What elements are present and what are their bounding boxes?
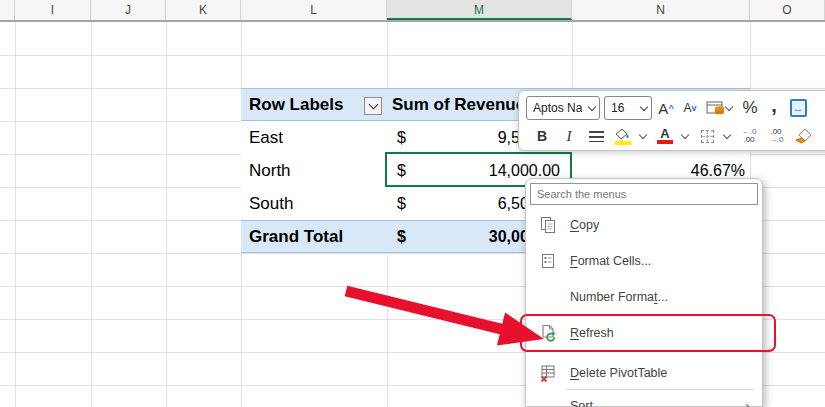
column-header-row: I J K L M N O	[0, 0, 825, 22]
search-input[interactable]	[530, 183, 758, 205]
borders-button[interactable]	[697, 124, 717, 148]
autofit-column-width-button[interactable]: ↔	[788, 96, 808, 120]
column-header-L[interactable]: L	[241, 0, 387, 20]
align-icon	[589, 131, 604, 142]
table-data-icon	[706, 100, 726, 116]
menu-item-number-format[interactable]: Number Format...	[526, 279, 762, 315]
italic-button[interactable]: I	[559, 124, 579, 148]
decrease-decimal-icon: .00→.0	[769, 128, 784, 144]
format-painter-button[interactable]	[793, 124, 813, 148]
menu-item-format-cells[interactable]: Format Cells...	[526, 243, 762, 279]
caret-up-icon: ^	[668, 104, 673, 112]
font-size-value: 16	[611, 101, 637, 115]
chevron-down-icon	[588, 102, 596, 110]
pivot-row-labels-header[interactable]: Row Labels	[249, 88, 343, 121]
menu-separator	[566, 389, 754, 390]
chevron-down-icon[interactable]	[723, 131, 731, 139]
pivot-values-header[interactable]: Sum of Revenue	[392, 88, 525, 121]
pivot-row-label-north[interactable]: North	[249, 154, 291, 187]
percent-style-button[interactable]: %	[740, 96, 760, 120]
menu-item-delete-pivottable[interactable]: Delete PivotTable	[526, 355, 762, 391]
chevron-down-icon	[725, 103, 733, 111]
chevron-down-icon	[368, 100, 378, 110]
autofit-icon: ↔	[790, 99, 807, 117]
format-painter-icon	[795, 128, 812, 144]
font-name-combo[interactable]: Aptos Na	[526, 96, 600, 120]
column-header-K[interactable]: K	[166, 0, 241, 20]
borders-icon	[701, 130, 714, 143]
format-cells-icon	[538, 252, 558, 270]
format-as-table-button[interactable]	[704, 96, 736, 120]
align-center-button[interactable]	[586, 124, 606, 148]
font-name-value: Aptos Na	[533, 101, 585, 115]
red-arrow-annotation	[330, 275, 560, 355]
chevron-down-icon[interactable]	[639, 131, 647, 139]
mini-toolbar: Aptos Na 16 A^ Av % , ↔ B	[518, 90, 825, 151]
pivot-row-label-east[interactable]: East	[249, 121, 283, 154]
menu-item-copy[interactable]: Copy	[526, 207, 762, 243]
shrink-font-button[interactable]: Av	[680, 96, 700, 120]
column-header-J[interactable]: J	[91, 0, 166, 20]
column-header-N[interactable]: N	[572, 0, 750, 20]
bold-button[interactable]: B	[532, 124, 552, 148]
decrease-decimal-button[interactable]: .00→.0	[766, 124, 786, 148]
delete-pivottable-icon	[538, 364, 558, 383]
copy-icon	[538, 216, 558, 234]
font-color-icon: A	[657, 129, 673, 144]
font-color-button[interactable]: A	[655, 124, 675, 148]
chevron-down-icon[interactable]	[681, 131, 689, 139]
grow-font-button[interactable]: A^	[656, 96, 676, 120]
column-header-M[interactable]: M	[387, 0, 572, 20]
increase-decimal-icon: ←.0.00	[742, 128, 757, 144]
row-labels-filter-button[interactable]	[364, 97, 382, 115]
column-header-I[interactable]: I	[15, 0, 91, 20]
font-size-combo[interactable]: 16	[604, 96, 652, 120]
comma-style-button[interactable]: ,	[764, 93, 784, 117]
caret-down-icon: v	[692, 104, 697, 112]
menu-item-sort[interactable]: Sort ›	[526, 391, 762, 407]
submenu-arrow-icon: ›	[745, 398, 750, 407]
chevron-down-icon	[640, 102, 648, 110]
fill-color-button[interactable]	[613, 124, 633, 148]
context-menu: Copy Format Cells... Number Format... Re…	[525, 178, 763, 407]
column-header-O[interactable]: O	[750, 0, 825, 20]
excel-window: { "spreadsheet": { "column_headers": [""…	[0, 0, 825, 407]
column-header-partial[interactable]	[0, 0, 15, 20]
pivot-row-label-south[interactable]: South	[249, 187, 293, 220]
pivot-row-label-grand-total[interactable]: Grand Total	[249, 220, 343, 253]
fill-color-icon	[614, 128, 632, 145]
increase-decimal-button[interactable]: ←.0.00	[739, 124, 759, 148]
